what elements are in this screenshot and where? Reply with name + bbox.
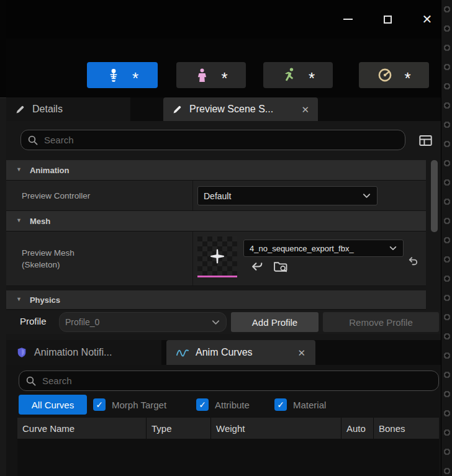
column-divider[interactable] — [192, 181, 193, 210]
tab-details[interactable]: Details — [6, 97, 130, 121]
details-search-box — [20, 130, 405, 150]
remove-profile-button[interactable]: Remove Profile — [323, 312, 439, 332]
all-curves-filter-button[interactable]: All Curves — [19, 395, 87, 415]
maximize-icon — [384, 16, 392, 24]
collapse-arrow-icon: ▼ — [16, 217, 22, 223]
skeletal-mesh-asset-button[interactable]: * — [176, 62, 246, 88]
details-search-input[interactable] — [44, 135, 399, 145]
button-label: Add Profile — [252, 317, 297, 328]
use-asset-arrow-icon — [251, 260, 264, 273]
check-icon: ✓ — [199, 400, 206, 410]
section-title: Mesh — [30, 217, 50, 226]
unreal-editor-window: ✕ * * — [0, 0, 452, 476]
left-panel-edge — [0, 0, 6, 476]
curves-table-empty-body[interactable] — [17, 439, 439, 476]
animation-asset-button[interactable]: * — [263, 62, 333, 88]
preview-controller-label: Preview Controller — [22, 191, 90, 200]
tab-anim-curves[interactable]: Anim Curves ✕ — [166, 340, 315, 365]
column-header-auto[interactable]: Auto — [341, 418, 374, 439]
search-icon — [27, 135, 38, 146]
tab-label: Anim Curves — [196, 347, 253, 358]
skeleton-icon — [106, 68, 121, 83]
unsaved-asterisk: * — [132, 70, 138, 86]
collapse-arrow-icon: ▼ — [16, 296, 22, 302]
anim-blueprint-asset-button[interactable]: * — [359, 62, 429, 88]
chevron-down-icon — [211, 318, 220, 327]
column-divider[interactable] — [192, 231, 193, 285]
section-header-physics[interactable]: ▼ Physics — [6, 290, 426, 310]
maximize-button[interactable] — [376, 8, 399, 30]
mesh-thumbnail-glyph-icon — [207, 246, 227, 266]
material-filter: ✓ Material — [274, 395, 326, 415]
column-header-bones[interactable]: Bones — [374, 418, 439, 439]
anim-curves-panel: Animation Notifi... Anim Curves ✕ All Cu… — [6, 340, 441, 476]
right-dock-tab-strip[interactable] — [441, 0, 452, 476]
tab-animation-notifies[interactable]: Animation Notifi... — [6, 340, 161, 365]
skeletal-mesh-icon — [194, 68, 210, 83]
button-label: All Curves — [32, 400, 74, 410]
tab-label: Details — [32, 104, 63, 115]
dropdown-value: Default — [204, 191, 231, 201]
column-label: Type — [151, 423, 172, 434]
close-icon: ✕ — [422, 13, 433, 25]
unsaved-asterisk: * — [221, 70, 227, 86]
preview-mesh-label-line2: (Skeleton) — [22, 260, 60, 269]
section-title: Physics — [30, 295, 60, 305]
add-profile-button[interactable]: Add Profile — [231, 312, 319, 332]
use-selected-asset-button[interactable] — [251, 260, 264, 273]
morph-target-checkbox[interactable]: ✓ — [93, 398, 106, 411]
skeleton-asset-button[interactable]: * — [87, 62, 158, 88]
gauge-icon — [377, 67, 393, 83]
close-button[interactable]: ✕ — [416, 8, 438, 30]
column-label: Auto — [346, 423, 366, 434]
minimize-button[interactable] — [337, 8, 359, 30]
chevron-down-icon — [362, 191, 371, 200]
section-header-animation[interactable]: ▼ Animation — [6, 160, 426, 181]
profile-label: Profile — [20, 316, 47, 326]
reset-to-default-button[interactable] — [407, 255, 419, 267]
preview-mesh-label-line1: Preview Mesh — [22, 248, 75, 258]
preview-mesh-thumbnail[interactable] — [197, 236, 237, 277]
curves-search-box — [19, 370, 439, 391]
tab-label: Animation Notifi... — [34, 347, 112, 358]
pencil-icon — [172, 104, 183, 115]
minimize-icon — [343, 19, 353, 20]
column-header-curve-name[interactable]: Curve Name — [17, 418, 147, 439]
dropdown-value: 4_no_sequence_export_fbx_ — [250, 244, 354, 253]
attribute-checkbox[interactable]: ✓ — [196, 398, 209, 411]
profile-dropdown[interactable]: Profile_0 — [59, 312, 227, 332]
column-label: Bones — [379, 423, 405, 434]
shield-icon — [16, 347, 27, 358]
preview-controller-row: Preview Controller Default — [6, 181, 426, 211]
curves-tab-bar: Animation Notifi... Anim Curves ✕ — [6, 340, 441, 365]
check-icon: ✓ — [96, 400, 103, 410]
column-label: Curve Name — [22, 423, 75, 434]
column-header-weight[interactable]: Weight — [211, 418, 341, 439]
unsaved-asterisk: * — [309, 70, 315, 86]
check-icon: ✓ — [277, 400, 284, 410]
asset-action-icons — [251, 260, 289, 273]
column-label: Weight — [216, 423, 245, 434]
tab-close-icon[interactable]: ✕ — [301, 105, 309, 114]
tab-preview-scene-settings[interactable]: Preview Scene S... ✕ — [163, 97, 318, 121]
view-options-button[interactable] — [417, 132, 434, 148]
preview-controller-dropdown[interactable]: Default — [197, 186, 377, 205]
button-label: Remove Profile — [349, 317, 413, 328]
filter-label: Material — [293, 400, 326, 410]
left-panel-sliver — [0, 97, 6, 476]
window-controls: ✕ — [337, 8, 438, 30]
details-tab-bar: Details Preview Scene S... ✕ — [6, 97, 441, 121]
asset-shortcut-toolbar: * * * * — [0, 38, 452, 97]
preview-scene-settings-body: ▼ Animation Preview Controller Default ▼… — [6, 121, 441, 340]
curves-search-input[interactable] — [42, 375, 432, 386]
attribute-filter: ✓ Attribute — [196, 395, 250, 415]
material-checkbox[interactable]: ✓ — [274, 398, 287, 411]
browse-to-asset-button[interactable] — [273, 260, 289, 273]
column-header-type[interactable]: Type — [147, 418, 211, 439]
unsaved-asterisk: * — [404, 70, 410, 86]
details-scrollbar-thumb[interactable] — [431, 160, 438, 232]
preview-mesh-dropdown[interactable]: 4_no_sequence_export_fbx_ — [243, 240, 404, 257]
curves-table-header: Curve Name Type Weight Auto Bones — [17, 418, 439, 439]
tab-close-icon[interactable]: ✕ — [297, 348, 305, 357]
section-header-mesh[interactable]: ▼ Mesh — [6, 211, 426, 231]
